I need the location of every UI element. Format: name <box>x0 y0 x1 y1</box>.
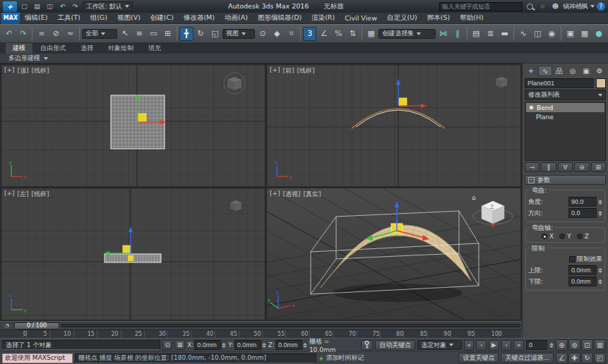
select-and-scale-icon[interactable]: ◱ <box>208 27 222 41</box>
bind-to-spacewarp-icon[interactable]: ≈ <box>64 27 77 41</box>
go-to-end-icon[interactable]: » <box>513 340 524 351</box>
viewport-shading-label[interactable]: [真实] <box>304 190 321 199</box>
y-spinner[interactable] <box>262 343 266 348</box>
render-production-icon[interactable]: ● <box>592 27 606 41</box>
select-by-name-icon[interactable]: ≡ <box>133 27 146 41</box>
redo-icon[interactable]: ↷ <box>70 1 81 11</box>
select-and-manipulate-icon[interactable]: ◆ <box>270 27 284 41</box>
z-spinner[interactable] <box>303 343 307 348</box>
search-icon[interactable] <box>525 1 535 11</box>
axis-z-option[interactable]: Z <box>577 233 589 240</box>
select-and-move-icon[interactable]: ╋ <box>179 27 193 41</box>
selection-filter-dropdown[interactable]: 全部 <box>82 29 117 39</box>
open-file-icon[interactable]: ▤ <box>32 1 42 11</box>
ribbon-tab-object-paint[interactable]: 对象绘制 <box>101 43 141 54</box>
pin-stack-icon[interactable]: ⊸ <box>525 162 540 172</box>
material-editor-icon[interactable]: ◉ <box>545 27 559 41</box>
y-coordinate-field[interactable] <box>234 340 261 350</box>
select-and-rotate-icon[interactable]: ↻ <box>194 27 208 41</box>
menu-help[interactable]: 帮助(H) <box>455 13 489 24</box>
time-slider-track[interactable] <box>61 324 520 327</box>
radio-x[interactable] <box>542 233 547 239</box>
object-color-swatch[interactable] <box>596 78 606 88</box>
mirror-icon[interactable]: ⋈ <box>436 27 450 41</box>
key-mode-dropdown[interactable]: 选定对象 <box>417 340 461 350</box>
viewport-top-canvas[interactable]: x y <box>1 65 265 186</box>
viewport-name-label[interactable]: [透视] <box>283 190 301 199</box>
modifier-list-dropdown[interactable]: 修改器列表 <box>525 90 606 100</box>
remove-modifier-icon[interactable]: ⊖ <box>574 162 589 172</box>
menu-graph-editors[interactable]: 图形编辑器(D) <box>253 13 306 24</box>
reference-coordinate-dropdown[interactable]: 视图 <box>222 29 255 39</box>
time-slider-handle[interactable]: 0 / 100 <box>14 322 59 329</box>
keyboard-override-icon[interactable]: ⌗ <box>285 27 298 41</box>
set-keys-big-key-icon[interactable] <box>361 340 374 351</box>
schematic-view-icon[interactable]: ◫ <box>531 27 544 41</box>
menu-group[interactable]: 组(G) <box>85 13 112 24</box>
modifier-enabled-bulb-icon[interactable] <box>529 105 534 110</box>
hierarchy-tab-icon[interactable]: 品 <box>553 66 566 76</box>
lock-selection-icon[interactable]: ⊠ <box>174 340 185 350</box>
make-unique-icon[interactable]: ∀ <box>558 162 573 172</box>
viewport-menu-plus[interactable]: [+] <box>270 190 280 199</box>
frame-spinner[interactable] <box>549 343 554 348</box>
viewport-perspective-canvas[interactable]: 上 ⌂ x y z <box>267 188 520 320</box>
current-frame-field[interactable] <box>526 340 547 350</box>
viewcube-home-icon[interactable]: ⌂ <box>472 194 476 201</box>
next-frame-icon[interactable]: › <box>501 340 512 351</box>
named-sets-dropdown[interactable]: 创建选择集 <box>378 29 436 39</box>
favorites-star-icon[interactable]: ☆ <box>537 1 548 11</box>
stack-item-bend[interactable]: Bend <box>526 103 604 112</box>
align-icon[interactable]: ‖ <box>451 27 464 41</box>
redo-icon[interactable]: ↷ <box>16 27 30 41</box>
menu-modifiers[interactable]: 修改器(M) <box>179 13 220 24</box>
menu-rendering[interactable]: 渲染(R) <box>306 13 340 24</box>
select-object-icon[interactable]: ↖ <box>118 27 131 41</box>
menu-create[interactable]: 创建(C) <box>145 13 179 24</box>
new-file-icon[interactable]: ▢ <box>19 1 30 11</box>
ribbon-toggle-icon[interactable]: ▬ <box>498 27 511 41</box>
create-tab-icon[interactable]: + <box>525 66 537 76</box>
auto-key-button[interactable]: 自动关键点 <box>375 340 415 351</box>
help-icon[interactable]: ? <box>597 2 605 11</box>
account-name[interactable]: 锅神桶枫 <box>563 2 588 11</box>
x-coordinate-field[interactable] <box>194 340 221 350</box>
go-to-start-icon[interactable]: « <box>464 340 475 351</box>
menu-edit[interactable]: 编辑(E) <box>20 13 52 24</box>
pan-view-icon[interactable]: ✚ <box>568 353 580 364</box>
upper-limit-spinner[interactable] <box>598 268 602 273</box>
display-tab-icon[interactable]: ▣ <box>580 66 592 76</box>
z-coordinate-field[interactable] <box>275 340 302 350</box>
viewcube-ghost-icon[interactable] <box>496 77 507 87</box>
viewport-menu-plus[interactable]: [+] <box>4 190 15 199</box>
viewport-name-label[interactable]: [左] <box>18 190 29 199</box>
polygon-modeling-panel-label[interactable]: 多边形建模 <box>8 54 40 63</box>
orbit-icon[interactable]: ↻ <box>581 353 593 364</box>
maxscript-mini-listener[interactable]: 欢迎使用 MAXScript <box>2 353 73 363</box>
maximize-viewport-icon[interactable]: ◰ <box>594 353 606 364</box>
zoom-all-icon[interactable]: ⊜ <box>568 339 580 351</box>
parameters-rollout[interactable]: - 参数 <box>525 175 606 185</box>
use-pivot-center-icon[interactable]: ⊙ <box>256 27 269 41</box>
menu-tools[interactable]: 工具(T) <box>52 13 85 24</box>
set-key-button[interactable]: 设置关键点 <box>458 353 499 363</box>
previous-frame-icon[interactable]: ‹ <box>476 340 487 351</box>
direction-spinner[interactable] <box>598 211 602 216</box>
viewcube-ghost-icon[interactable] <box>230 200 242 211</box>
show-end-result-icon[interactable]: ‖ <box>541 162 556 172</box>
save-file-icon[interactable]: ◫ <box>44 1 55 11</box>
layer-explorer-icon[interactable]: ≣ <box>484 27 497 41</box>
undo-icon[interactable]: ↶ <box>57 1 68 11</box>
undo-icon[interactable]: ↶ <box>2 27 16 41</box>
track-bar[interactable]: 0 5 10 15 20 25 30 35 40 45 50 55 60 65 … <box>0 329 522 338</box>
x-spinner[interactable] <box>222 343 226 348</box>
ribbon-tab-selection[interactable]: 选择 <box>73 43 100 54</box>
stack-item-plane[interactable]: Plane <box>526 112 604 121</box>
menu-scripting[interactable]: 脚本(S) <box>422 13 455 24</box>
workspace-dropdown[interactable]: 工作区: 默认 <box>83 1 133 11</box>
axis-x-option[interactable]: X <box>542 233 554 240</box>
viewport-left[interactable]: [+] [左] [线框] <box>1 188 265 320</box>
curve-editor-icon[interactable]: ∿ <box>516 27 530 41</box>
max-app-button[interactable]: MAX <box>1 13 20 24</box>
modify-tab-icon[interactable]: ∿ <box>538 66 552 76</box>
